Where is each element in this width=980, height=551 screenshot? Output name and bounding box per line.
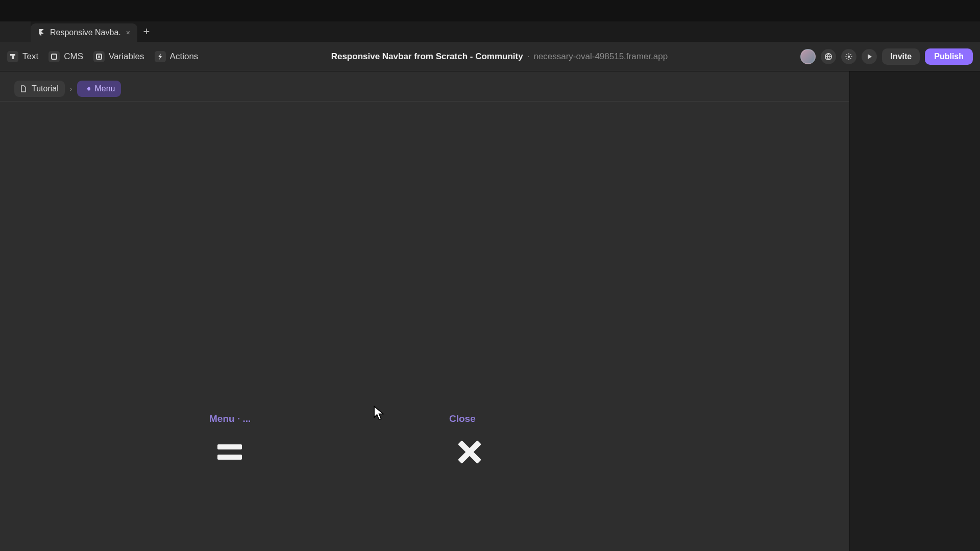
breadcrumb-component[interactable]: Menu <box>77 81 121 97</box>
cms-icon <box>48 51 60 62</box>
main-toolbar: Text CMS Variables Actions Responsive Na… <box>0 42 980 71</box>
breadcrumb: Tutorial › Menu <box>14 81 121 97</box>
user-avatar[interactable] <box>800 49 816 64</box>
workspace: Tutorial › Menu Menu · ... Close <box>0 71 980 551</box>
tool-text[interactable]: Text <box>7 51 38 62</box>
breadcrumb-page-label: Tutorial <box>32 84 59 93</box>
tab-strip: Responsive Navba. × + <box>0 21 980 42</box>
variant-tile-close[interactable] <box>449 432 490 472</box>
framer-logo-icon <box>38 29 45 36</box>
mouse-cursor-icon <box>373 406 387 421</box>
toolbar-title-group: Responsive Navbar from Scratch - Communi… <box>208 52 790 62</box>
tool-variables[interactable]: Variables <box>93 51 144 62</box>
new-tab-button[interactable]: + <box>137 21 156 42</box>
tool-cms[interactable]: CMS <box>48 51 83 62</box>
svg-rect-4 <box>87 87 90 91</box>
tool-text-label: Text <box>22 52 38 62</box>
breadcrumb-page[interactable]: Tutorial <box>14 81 65 97</box>
tab-strip-leading-spacer <box>0 21 31 42</box>
page-icon <box>20 85 28 92</box>
play-icon <box>866 53 873 60</box>
tool-actions[interactable]: Actions <box>155 51 199 62</box>
globe-button[interactable] <box>821 49 836 64</box>
toolbar-right-group: Invite Publish <box>800 48 973 65</box>
breadcrumb-component-label: Menu <box>94 84 115 93</box>
svg-point-3 <box>848 55 850 57</box>
variables-icon <box>93 51 105 62</box>
tool-actions-label: Actions <box>170 52 199 62</box>
settings-button[interactable] <box>841 49 856 64</box>
variant-label-menu[interactable]: Menu · ... <box>209 413 251 424</box>
canvas[interactable]: Tutorial › Menu Menu · ... Close <box>0 71 850 551</box>
actions-icon <box>155 51 166 62</box>
breadcrumb-divider <box>0 101 849 102</box>
variant-tile-menu[interactable] <box>209 432 250 472</box>
hamburger-bar <box>217 455 242 460</box>
invite-button[interactable]: Invite <box>882 48 920 65</box>
close-tab-button[interactable]: × <box>126 29 130 37</box>
component-variant-menu[interactable]: Menu · ... <box>209 413 251 472</box>
close-icon <box>458 440 481 464</box>
project-title-separator: · <box>527 52 530 62</box>
tool-variables-label: Variables <box>109 52 144 62</box>
properties-panel[interactable] <box>850 71 980 551</box>
toolbar-tools-group: Text CMS Variables Actions <box>7 51 198 62</box>
macos-window-strip <box>0 0 980 21</box>
tool-cms-label: CMS <box>64 52 83 62</box>
project-tab[interactable]: Responsive Navba. × <box>31 23 137 42</box>
publish-button[interactable]: Publish <box>925 48 973 65</box>
preview-button[interactable] <box>862 49 877 64</box>
hamburger-icon <box>217 444 242 460</box>
project-tab-title: Responsive Navba. <box>50 28 121 37</box>
gear-icon <box>845 53 853 61</box>
project-domain[interactable]: necessary-oval-498515.framer.app <box>533 52 668 62</box>
component-variant-close[interactable]: Close <box>449 413 490 472</box>
chevron-right-icon: › <box>70 85 72 93</box>
variant-label-close[interactable]: Close <box>449 413 476 424</box>
globe-icon <box>824 53 832 61</box>
text-icon <box>7 51 18 62</box>
hamburger-bar <box>217 444 242 449</box>
svg-rect-0 <box>52 54 57 59</box>
component-icon <box>83 85 90 92</box>
project-title[interactable]: Responsive Navbar from Scratch - Communi… <box>331 52 523 62</box>
